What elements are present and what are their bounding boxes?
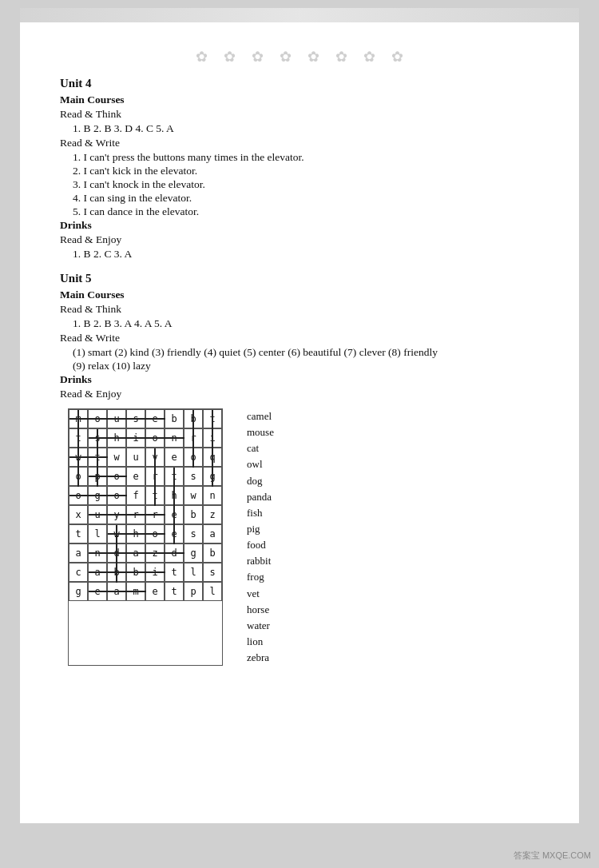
grid-cell: a — [107, 582, 126, 601]
grid-cell: w — [69, 448, 88, 467]
grid-cell: u — [88, 505, 107, 524]
word-item: fish — [247, 505, 274, 521]
flower-icon-1: ✿ — [196, 48, 208, 66]
grid-cell: o — [145, 524, 165, 543]
grid-cell: a — [203, 524, 222, 543]
unit4-item-2: 2. I can't kick in the elevator. — [73, 165, 539, 177]
grid-cell: r — [184, 428, 203, 448]
grid-cell: a — [126, 543, 145, 563]
flower-icon-4: ✿ — [280, 48, 292, 66]
grid-cell: i — [126, 428, 145, 448]
grid-cell: v — [145, 448, 165, 467]
grid-cell: g — [88, 486, 107, 505]
word-item: cat — [247, 440, 274, 456]
grid-cell: w — [107, 448, 126, 467]
watermark: 答案宝 MXQE.COM — [514, 850, 591, 862]
unit5-title: Unit 5 — [60, 272, 539, 285]
unit4-drinks-subsection: Read & Enjoy — [60, 233, 539, 246]
word-search-area: mousebbttshionriwtwuveoqopoertsgogofthwn… — [68, 408, 539, 666]
word-item: frog — [247, 569, 274, 585]
grid-cell: o — [107, 467, 126, 486]
grid-cell: t — [69, 524, 88, 543]
grid-row: wtwuveoq — [69, 448, 222, 467]
grid-cell: r — [126, 505, 145, 524]
grid-cell: f — [126, 486, 145, 505]
grid-cell: n — [203, 486, 222, 505]
unit4-main-courses: Main Courses — [60, 94, 539, 106]
top-bar — [20, 8, 579, 22]
word-item: dog — [247, 473, 274, 489]
grid-cell: e — [126, 467, 145, 486]
unit4-drinks-answers: 1. B 2. C 3. A — [73, 248, 539, 261]
grid-row: ogofthwn — [69, 486, 222, 505]
word-search-grid: mousebbttshionriwtwuveoqopoertsgogofthwn… — [68, 408, 223, 666]
grid-cell: r — [145, 505, 165, 524]
grid-cell: w — [184, 486, 203, 505]
grid-cell: s — [184, 524, 203, 543]
grid-cell: t — [165, 582, 184, 601]
grid-cell: g — [69, 582, 88, 601]
grid-cell: m — [69, 409, 88, 428]
grid-cell: m — [126, 582, 145, 601]
word-item: zebra — [247, 650, 274, 666]
grid-cell: n — [165, 428, 184, 448]
grid-cell: u — [107, 409, 126, 428]
grid-cell: e — [145, 409, 165, 428]
grid-cell: o — [69, 486, 88, 505]
grid-cell: t — [69, 428, 88, 448]
grid-cell: t — [88, 448, 107, 467]
grid-cell: s — [203, 563, 222, 582]
grid-cell: a — [88, 563, 107, 582]
grid-cell: e — [165, 448, 184, 467]
word-item: pig — [247, 521, 274, 537]
grid-cell: h — [107, 428, 126, 448]
unit4-item-1: 1. I can't press the buttons many times … — [73, 151, 539, 164]
grid-cell: a — [69, 543, 88, 563]
grid-cell: e — [165, 505, 184, 524]
flower-icon-2: ✿ — [224, 48, 236, 66]
word-item: panda — [247, 489, 274, 505]
grid-cell: z — [203, 505, 222, 524]
grid-cell: s — [126, 409, 145, 428]
grid-cell: b — [184, 505, 203, 524]
grid-cell: o — [107, 486, 126, 505]
grid-cell: o — [145, 428, 165, 448]
grid-cell: t — [165, 467, 184, 486]
unit5-read-think-answers: 1. B 2. B 3. A 4. A 5. A — [73, 317, 539, 330]
unit5-read-write: Read & Write — [60, 332, 539, 344]
word-item: vet — [247, 586, 274, 602]
unit5-read-think: Read & Think — [60, 303, 539, 316]
grid-cell: h — [126, 524, 145, 543]
grid-cell: q — [203, 448, 222, 467]
grid-cell: l — [88, 524, 107, 543]
unit4-drinks: Drinks — [60, 219, 539, 232]
grid-cell: g — [184, 543, 203, 563]
decoration-row: ✿ ✿ ✿ ✿ ✿ ✿ ✿ ✿ — [60, 48, 539, 66]
flower-icon-5: ✿ — [307, 48, 319, 66]
grid-cell: z — [145, 543, 165, 563]
flower-icon-7: ✿ — [363, 48, 375, 66]
grid-cell: t — [145, 486, 165, 505]
flower-icon-8: ✿ — [391, 48, 403, 66]
unit5-drinks: Drinks — [60, 373, 539, 386]
word-item: camel — [247, 408, 274, 424]
grid-cell: b — [107, 563, 126, 582]
grid-cell: o — [184, 448, 203, 467]
unit5-read-write-items2: (9) relax (10) lazy — [73, 360, 539, 372]
unit4-read-write: Read & Write — [60, 137, 539, 149]
grid-cell: i — [145, 563, 165, 582]
grid-row: geametpl — [69, 582, 222, 601]
grid-row: cabbitls — [69, 563, 222, 582]
unit4-read-think: Read & Think — [60, 108, 539, 121]
unit4-item-5: 5. I can dance in the elevator. — [73, 205, 539, 218]
grid-cell: e — [145, 582, 165, 601]
grid-cell: e — [165, 524, 184, 543]
grid-cell: h — [165, 486, 184, 505]
word-item: mouse — [247, 424, 274, 440]
grid-cell: n — [88, 543, 107, 563]
unit4-item-3: 3. I can't knock in the elevator. — [73, 178, 539, 191]
grid-cell: r — [145, 467, 165, 486]
grid-row: tlwhoesa — [69, 524, 222, 543]
grid-cell: s — [88, 428, 107, 448]
grid-row: xuyrrebz — [69, 505, 222, 524]
